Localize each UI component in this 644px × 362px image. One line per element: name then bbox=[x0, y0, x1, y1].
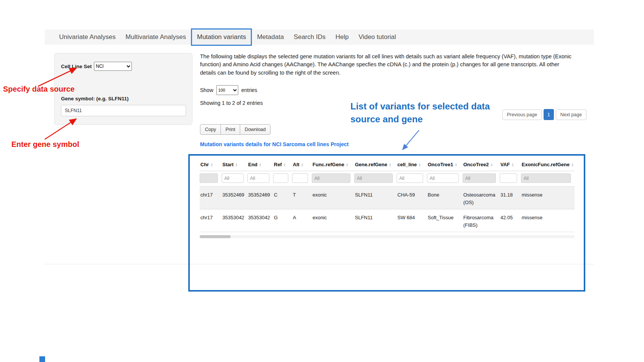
export-button-group: Copy Print Download bbox=[200, 124, 270, 135]
filter-input-ref[interactable] bbox=[273, 173, 288, 183]
column-header-chr[interactable]: Chr▲▼ bbox=[200, 159, 222, 171]
annotation-list-of-variants-line1: List of variants for selected data bbox=[350, 101, 490, 111]
column-label: VAF bbox=[500, 162, 510, 167]
column-header-cell-line[interactable]: cell_line▲▼ bbox=[397, 159, 427, 171]
column-header-alt[interactable]: Alt▲▼ bbox=[292, 159, 312, 171]
sort-icon[interactable]: ▲▼ bbox=[455, 163, 457, 167]
table-cell: Osteosarcoma (OS) bbox=[463, 187, 500, 209]
filter-input-start[interactable] bbox=[222, 173, 244, 183]
column-header-end[interactable]: End▲▼ bbox=[247, 159, 273, 171]
column-header-oncotree2[interactable]: OncoTree2▲▼ bbox=[463, 159, 500, 171]
tab-metadata[interactable]: Metadata bbox=[252, 30, 289, 45]
column-header-oncotree1[interactable]: OncoTree1▲▼ bbox=[427, 159, 463, 171]
next-page-button[interactable]: Next page bbox=[556, 109, 586, 120]
column-header-gene-refgene[interactable]: Gene.refGene▲▼ bbox=[354, 159, 397, 171]
showing-entries-status: Showing 1 to 2 of 2 entries bbox=[200, 100, 263, 106]
sort-icon[interactable]: ▲▼ bbox=[418, 163, 421, 167]
table-row[interactable]: chr173535304235353042GAexonicSLFN11SW 68… bbox=[200, 209, 575, 232]
annotation-list-of-variants-line2: source and gene bbox=[350, 114, 423, 124]
sort-icon[interactable]: ▲▼ bbox=[389, 163, 391, 167]
sort-icon[interactable]: ▲▼ bbox=[283, 163, 286, 167]
show-entries-control: Show 100 entries bbox=[200, 85, 257, 95]
table-cell: exonic bbox=[312, 187, 354, 209]
filter-input-func-refgene[interactable] bbox=[312, 173, 350, 183]
filter-input-chr[interactable] bbox=[200, 173, 218, 183]
column-header-exonicfunc-refgene[interactable]: ExonicFunc.refGene▲▼ bbox=[521, 159, 575, 171]
table-cell: exonic bbox=[312, 209, 354, 232]
annotation-list-of-variants: List of variants for selected data sourc… bbox=[350, 100, 502, 125]
tab-univariate-analyses[interactable]: Univariate Analyses bbox=[54, 30, 120, 45]
copy-button[interactable]: Copy bbox=[200, 124, 221, 135]
table-cell: missense bbox=[521, 209, 575, 232]
cell-line-set-select[interactable]: NCI bbox=[94, 62, 132, 71]
column-header-start[interactable]: Start▲▼ bbox=[222, 159, 247, 171]
filter-input-oncotree1[interactable] bbox=[427, 173, 459, 183]
arrow-list-of-variants bbox=[403, 130, 419, 150]
sort-icon[interactable]: ▲▼ bbox=[490, 163, 493, 167]
column-header-ref[interactable]: Ref▲▼ bbox=[273, 159, 292, 171]
table-cell: A bbox=[292, 209, 312, 232]
table-cell: 35353042 bbox=[247, 209, 273, 232]
scrollbar-thumb[interactable] bbox=[200, 235, 231, 238]
sort-icon[interactable]: ▲▼ bbox=[235, 163, 238, 167]
column-label: OncoTree1 bbox=[428, 162, 453, 167]
table-row[interactable]: chr173535246935352469CTexonicSLFN11CHA-5… bbox=[200, 187, 575, 209]
entries-label: entries bbox=[241, 87, 257, 93]
filter-input-exonicfunc-refgene[interactable] bbox=[521, 173, 571, 183]
filter-input-vaf[interactable] bbox=[500, 173, 517, 183]
page: Univariate Analyses Multivariate Analyse… bbox=[0, 0, 644, 362]
previous-page-button[interactable]: Previous page bbox=[502, 109, 542, 120]
column-label: OncoTree2 bbox=[463, 162, 489, 167]
column-label: Alt bbox=[293, 162, 299, 167]
input-panel: Cell Line Set NCI Gene symbol: (e.g. SLF… bbox=[54, 53, 192, 125]
filter-input-end[interactable] bbox=[247, 173, 269, 183]
sort-icon[interactable]: ▲▼ bbox=[259, 163, 262, 167]
tab-video-tutorial[interactable]: Video tutorial bbox=[353, 30, 401, 45]
table-cell: C bbox=[273, 187, 292, 209]
tab-search-ids[interactable]: Search IDs bbox=[289, 30, 330, 45]
column-label: Start bbox=[222, 162, 234, 167]
table-cell: SLFN11 bbox=[354, 209, 397, 232]
sort-icon[interactable]: ▲▼ bbox=[301, 163, 303, 167]
print-button[interactable]: Print bbox=[220, 124, 240, 135]
cell-line-set-label: Cell Line Set bbox=[61, 64, 92, 69]
bottom-left-blue-element bbox=[39, 356, 45, 362]
variants-table-container: Chr▲▼Start▲▼End▲▼Ref▲▼Alt▲▼Func.refGene▲… bbox=[188, 154, 585, 292]
gene-symbol-input[interactable] bbox=[61, 105, 186, 116]
pagination: Previous page 1 Next page bbox=[502, 109, 586, 120]
variants-table: Chr▲▼Start▲▼End▲▼Ref▲▼Alt▲▼Func.refGene▲… bbox=[200, 159, 575, 232]
table-cell: Bone bbox=[427, 187, 463, 209]
column-header-func-refgene[interactable]: Func.refGene▲▼ bbox=[312, 159, 354, 171]
table-body: chr173535246935352469CTexonicSLFN11CHA-5… bbox=[200, 187, 575, 232]
filter-input-cell-line[interactable] bbox=[397, 173, 423, 183]
table-cell: 35353042 bbox=[222, 209, 247, 232]
sort-icon[interactable]: ▲▼ bbox=[210, 163, 213, 167]
download-button[interactable]: Download bbox=[240, 124, 271, 135]
filter-input-oncotree2[interactable] bbox=[463, 173, 496, 183]
sort-icon[interactable]: ▲▼ bbox=[571, 163, 574, 167]
column-label: ExonicFunc.refGene bbox=[522, 162, 569, 167]
entries-count-select[interactable]: 100 bbox=[216, 85, 238, 95]
table-header-row: Chr▲▼Start▲▼End▲▼Ref▲▼Alt▲▼Func.refGene▲… bbox=[200, 159, 575, 171]
table-cell: Soft_Tissue bbox=[427, 209, 463, 232]
filter-input-alt[interactable] bbox=[292, 173, 308, 183]
table-cell: G bbox=[273, 209, 292, 232]
annotation-specify-data-source: Specify data source bbox=[3, 85, 75, 94]
table-cell: 35352469 bbox=[247, 187, 273, 209]
table-cell: SW 684 bbox=[397, 209, 427, 232]
page-number-button[interactable]: 1 bbox=[544, 109, 554, 120]
column-label: End bbox=[248, 162, 258, 167]
show-label: Show bbox=[200, 87, 213, 93]
filter-input-gene-refgene[interactable] bbox=[354, 173, 393, 183]
tab-multivariate-analyses[interactable]: Multivariate Analyses bbox=[120, 30, 191, 45]
tab-mutation-variants[interactable]: Mutation variants bbox=[191, 28, 252, 46]
table-cell: SLFN11 bbox=[354, 187, 397, 209]
column-header-vaf[interactable]: VAF▲▼ bbox=[500, 159, 521, 171]
sort-icon[interactable]: ▲▼ bbox=[511, 163, 514, 167]
table-filter-row bbox=[200, 171, 575, 187]
table-title-link[interactable]: Mutation variants details for NCI Sarcom… bbox=[200, 141, 349, 147]
table-description: The following table displays the selecte… bbox=[200, 53, 577, 77]
sort-icon[interactable]: ▲▼ bbox=[346, 163, 349, 167]
tab-help[interactable]: Help bbox=[330, 30, 353, 45]
table-horizontal-scrollbar[interactable] bbox=[200, 235, 575, 238]
